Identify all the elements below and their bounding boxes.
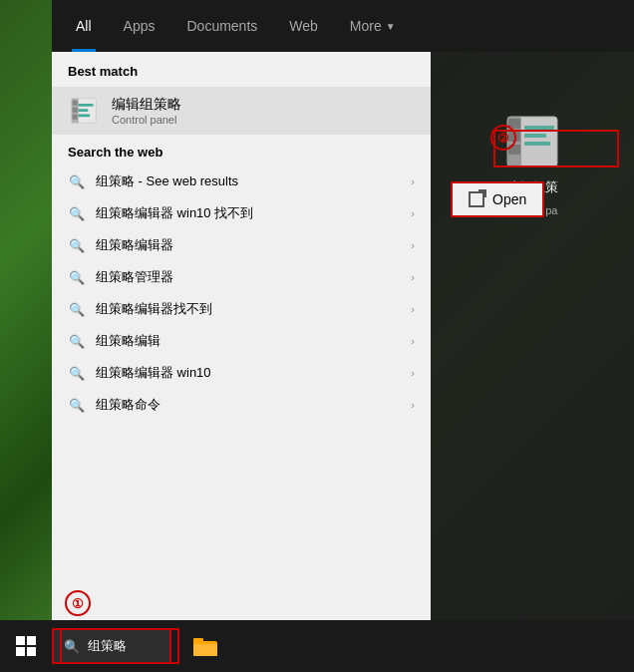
open-button-area: Open — [451, 181, 544, 217]
arrow-icon: › — [411, 303, 415, 315]
svg-rect-18 — [16, 647, 25, 656]
search-web-title: Search the web — [52, 135, 431, 166]
best-match-text: 编辑组策略 Control panel — [112, 96, 181, 126]
tab-all[interactable]: All — [72, 0, 96, 52]
chevron-down-icon: ▼ — [386, 21, 396, 32]
search-icon: 🔍 — [68, 300, 86, 318]
start-menu: All Apps Documents Web More ▼ Best match — [52, 0, 634, 620]
arrow-icon: › — [411, 367, 415, 379]
svg-rect-21 — [193, 644, 217, 656]
taskbar-search-box[interactable]: 🔍 组策略 — [52, 628, 171, 664]
search-result-text: 组策略编辑器找不到 — [96, 300, 401, 318]
left-panel: Best match 编辑组策略 — [52, 52, 431, 620]
right-panel: 编辑组策 Control pa Open — [431, 52, 634, 620]
folder-icon — [192, 635, 218, 657]
search-result-item[interactable]: 🔍 组策略管理器 › — [52, 261, 431, 293]
main-content: Best match 编辑组策略 — [52, 52, 634, 620]
windows-icon — [15, 635, 37, 657]
taskbar-search-icon: 🔍 — [64, 639, 80, 654]
search-icon: 🔍 — [68, 332, 86, 350]
arrow-icon: › — [411, 239, 415, 251]
search-result-item[interactable]: 🔍 组策略编辑器找不到 › — [52, 293, 431, 325]
search-result-item[interactable]: 🔍 组策略 - See web results › — [52, 166, 431, 197]
search-result-text: 组策略命令 — [96, 396, 401, 414]
search-result-item[interactable]: 🔍 组策略编辑器 win10 › — [52, 357, 431, 389]
taskbar-search-text: 组策略 — [88, 637, 127, 655]
search-icon: 🔍 — [68, 268, 86, 286]
best-match-item[interactable]: 编辑组策略 Control panel — [52, 87, 431, 135]
svg-rect-19 — [27, 647, 36, 656]
search-result-item[interactable]: 🔍 组策略编辑器 › — [52, 229, 431, 261]
search-icon: 🔍 — [68, 204, 86, 222]
tab-documents[interactable]: Documents — [182, 0, 261, 52]
search-icon: 🔍 — [68, 236, 86, 254]
svg-rect-22 — [193, 638, 203, 643]
svg-rect-16 — [16, 636, 25, 645]
annotation-circle-1: ① — [65, 590, 91, 616]
search-result-text: 组策略 - See web results — [96, 172, 401, 190]
svg-rect-13 — [524, 126, 554, 130]
svg-rect-14 — [524, 134, 546, 138]
search-result-text: 组策略编辑 — [96, 332, 401, 350]
search-result-text: 组策略管理器 — [96, 268, 401, 286]
tab-web[interactable]: Web — [285, 0, 322, 52]
best-match-name: 编辑组策略 — [112, 96, 181, 114]
search-result-item[interactable]: 🔍 组策略命令 › — [52, 389, 431, 421]
open-button[interactable]: Open — [451, 181, 544, 217]
search-result-text: 组策略编辑器 — [96, 236, 401, 254]
tab-apps[interactable]: Apps — [120, 0, 159, 52]
search-icon: 🔍 — [68, 364, 86, 382]
search-icon: 🔍 — [68, 396, 86, 414]
best-match-subtitle: Control panel — [112, 114, 181, 126]
svg-rect-15 — [524, 142, 550, 146]
open-label: Open — [492, 191, 526, 207]
open-window-icon — [469, 191, 484, 207]
best-match-title: Best match — [52, 52, 431, 87]
nav-tabs: All Apps Documents Web More ▼ — [52, 0, 634, 52]
arrow-icon: › — [411, 399, 415, 411]
search-result-text: 组策略编辑器 win10 找不到 — [96, 204, 401, 222]
svg-rect-6 — [73, 108, 78, 113]
taskbar: 🔍 组策略 — [0, 620, 634, 672]
svg-rect-5 — [73, 101, 78, 106]
tab-more[interactable]: More ▼ — [346, 0, 400, 52]
arrow-icon: › — [411, 335, 415, 347]
arrow-icon: › — [411, 271, 415, 283]
control-panel-icon — [68, 95, 100, 127]
search-result-item[interactable]: 🔍 组策略编辑 › — [52, 325, 431, 357]
search-result-text: 组策略编辑器 win10 — [96, 364, 401, 382]
search-result-item[interactable]: 🔍 组策略编辑器 win10 找不到 › — [52, 197, 431, 229]
svg-rect-7 — [73, 115, 78, 120]
arrow-icon: › — [411, 207, 415, 219]
start-button[interactable] — [0, 620, 52, 672]
svg-rect-17 — [27, 636, 36, 645]
search-icon: 🔍 — [68, 172, 86, 190]
arrow-icon: › — [411, 175, 415, 187]
annotation-circle-2: ② — [490, 125, 516, 151]
file-explorer-button[interactable] — [179, 620, 231, 672]
